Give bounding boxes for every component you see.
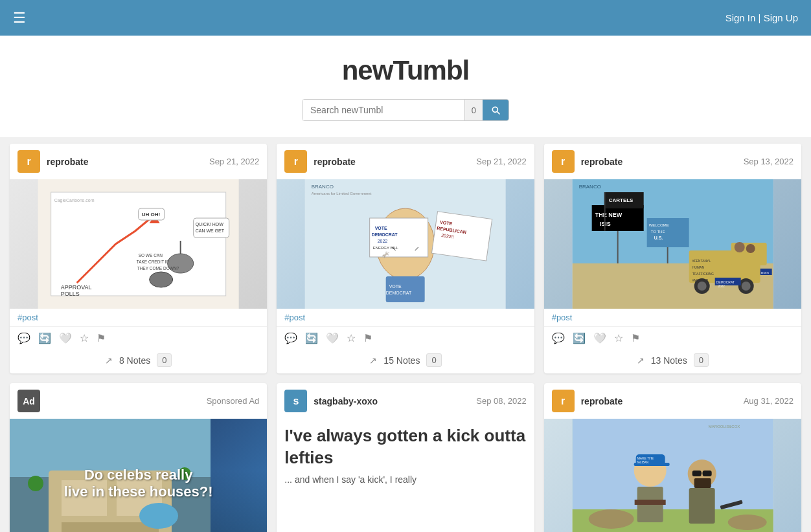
search-container: 0 [302, 99, 509, 121]
flag-icon-1[interactable]: ⚑ [97, 332, 106, 344]
post-tag-3[interactable]: #post [544, 309, 801, 326]
svg-text:2022: 2022 [378, 239, 388, 243]
ad-image-text: Do celebs reallylive in these houses?! [58, 460, 220, 507]
user-info-1: reprobate [47, 156, 203, 168]
svg-text:THEY COME DOWN?: THEY COME DOWN? [137, 266, 179, 271]
ad-image[interactable]: Do celebs reallylive in these houses?! [10, 419, 267, 532]
svg-point-55 [697, 282, 706, 291]
svg-point-59 [746, 244, 755, 253]
svg-text:#MURDER: #MURDER [692, 278, 708, 282]
svg-point-98 [727, 515, 766, 530]
sign-up-link[interactable]: Sign Up [764, 12, 798, 23]
svg-text:QUICK! HOW: QUICK! HOW [196, 222, 224, 227]
username-6[interactable]: reprobate [581, 396, 623, 406]
repost-icon-2[interactable]: 🔄 [305, 332, 318, 344]
svg-rect-95 [689, 488, 714, 524]
svg-text:THE NEW: THE NEW [595, 212, 622, 218]
card-notes-row-3: ↗ 13 Notes 0 [544, 349, 801, 373]
post-title-5: I've always gotten a kick outta lefties [277, 419, 534, 473]
svg-text:SO WE CAN: SO WE CAN [139, 253, 163, 258]
post-date-5: Sep 08, 2022 [476, 396, 526, 406]
svg-text:VOTE: VOTE [375, 226, 387, 230]
svg-rect-80 [572, 419, 773, 509]
ad-card: Ad Sponsored Ad [10, 383, 267, 532]
post-date-2: Sep 21, 2022 [476, 157, 526, 166]
post-image-3: BRANCO THE NEW ISIS CARTELS WELCOME TO T… [544, 179, 801, 309]
site-title-area: newTumbl [0, 36, 811, 99]
auth-separator: | [759, 12, 764, 23]
svg-text:🫏: 🫏 [382, 250, 390, 259]
like-icon-1[interactable]: 🤍 [59, 332, 72, 344]
card-actions-2: 💬 🔄 🤍 ☆ ⚑ [277, 326, 534, 349]
post-image-6: MARGOLIS&COX MAKE THE TALIBAN [544, 419, 801, 532]
share-icon-3[interactable]: ↗ [637, 355, 645, 366]
svg-text:DEMOCRAT: DEMOCRAT [716, 280, 734, 284]
post-date-3: Sep 13, 2022 [744, 157, 794, 166]
svg-point-58 [734, 242, 744, 252]
ad-avatar: Ad [17, 390, 40, 412]
post-card-6: r reprobate Aug 31, 2022 MARGOLIS&COX [544, 383, 801, 532]
svg-point-97 [588, 509, 634, 529]
search-input[interactable] [303, 100, 464, 120]
share-icon-2[interactable]: ↗ [369, 355, 377, 366]
svg-rect-31 [386, 276, 425, 302]
star-icon-3[interactable]: ☆ [614, 332, 623, 344]
card-header-3: r reprobate Sep 13, 2022 [544, 144, 801, 179]
flag-icon-3[interactable]: ⚑ [631, 332, 640, 344]
comment-icon-2[interactable]: 💬 [284, 332, 297, 344]
svg-text:CAN WE GET: CAN WE GET [196, 228, 225, 233]
ad-label: Ad [23, 396, 35, 406]
avatar-1: r [17, 150, 40, 173]
search-button[interactable] [483, 100, 508, 120]
card-actions-3: 💬 🔄 🤍 ☆ ⚑ [544, 326, 801, 349]
flag-icon-2[interactable]: ⚑ [363, 332, 372, 344]
notes-count-3: 13 Notes [651, 355, 687, 366]
svg-text:CagleCartoons.com: CagleCartoons.com [54, 198, 95, 203]
avatar-2: r [284, 150, 307, 173]
hamburger-menu-icon[interactable]: ☰ [13, 10, 26, 27]
comment-icon-3[interactable]: 💬 [552, 332, 565, 344]
svg-text:BRANCO: BRANCO [312, 184, 334, 190]
post-card-1: r reprobate Sep 21, 2022 APPROVAL POLLS [10, 144, 267, 373]
svg-text:#FENTANYL: #FENTANYL [692, 259, 711, 263]
sign-in-link[interactable]: Sign In [725, 12, 756, 23]
svg-rect-7 [194, 218, 229, 238]
share-icon-1[interactable]: ↗ [105, 355, 113, 366]
post-date-1: Sep 21, 2022 [209, 157, 259, 166]
card-actions-1: 💬 🔄 🤍 ☆ ⚑ [10, 326, 267, 349]
avatar-3: r [552, 150, 575, 173]
svg-text:BIDEN: BIDEN [760, 271, 768, 274]
comment-icon-1[interactable]: 💬 [17, 332, 30, 344]
card-header-1: r reprobate Sep 21, 2022 [10, 144, 267, 179]
repost-icon-3[interactable]: 🔄 [573, 332, 586, 344]
post-tag-1[interactable]: #post [10, 309, 267, 326]
star-icon-2[interactable]: ☆ [347, 332, 356, 344]
username-5[interactable]: stagbaby-xoxo [314, 396, 378, 406]
svg-text:POLLS: POLLS [61, 291, 80, 297]
username-2[interactable]: reprobate [314, 157, 356, 167]
star-icon-1[interactable]: ☆ [80, 332, 89, 344]
svg-rect-91 [692, 471, 701, 476]
repost-icon-1[interactable]: 🔄 [38, 332, 51, 344]
card-header-ad: Ad Sponsored Ad [10, 383, 267, 419]
svg-text:APPROVAL: APPROVAL [61, 284, 92, 291]
avatar-6: r [552, 390, 575, 412]
card-header-6: r reprobate Aug 31, 2022 [544, 383, 801, 419]
post-tag-2[interactable]: #post [277, 309, 534, 326]
like-icon-3[interactable]: 🤍 [593, 332, 606, 344]
username-3[interactable]: reprobate [581, 157, 623, 167]
notes-count-2: 15 Notes [383, 355, 420, 366]
cards-grid: r reprobate Sep 21, 2022 APPROVAL POLLS [10, 144, 801, 532]
like-icon-2[interactable]: 🤍 [326, 332, 339, 344]
main-content: r reprobate Sep 21, 2022 APPROVAL POLLS [0, 137, 811, 532]
svg-rect-1 [51, 192, 226, 296]
notes-badge-2: 0 [426, 353, 441, 367]
notes-count-1: 8 Notes [119, 355, 150, 366]
username-1[interactable]: reprobate [47, 157, 89, 167]
auth-links: Sign In | Sign Up [725, 12, 798, 23]
search-count-badge: 0 [464, 100, 483, 120]
search-icon [490, 105, 501, 115]
svg-text:DEMOCRAT: DEMOCRAT [386, 291, 412, 295]
svg-point-76 [28, 476, 43, 491]
post-card-5: s stagbaby-xoxo Sep 08, 2022 I've always… [277, 383, 534, 532]
